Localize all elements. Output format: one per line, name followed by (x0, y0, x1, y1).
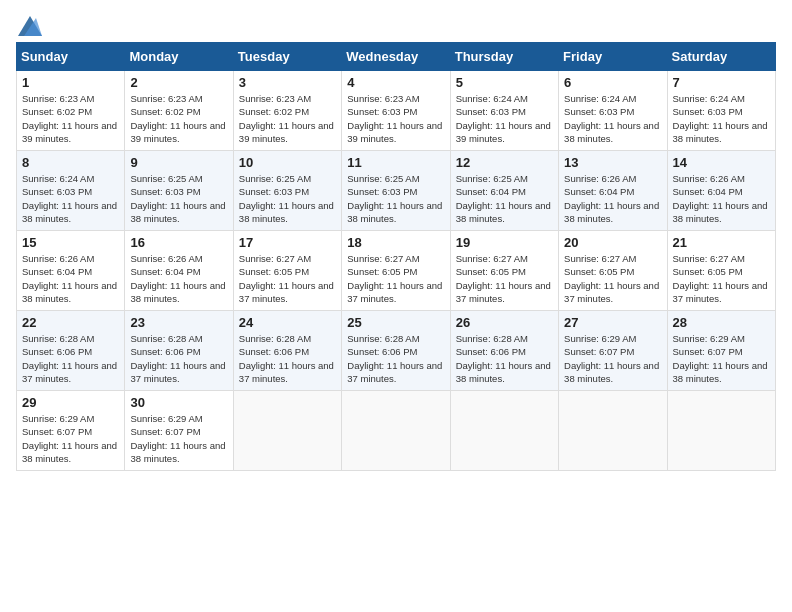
day-number: 3 (239, 75, 336, 90)
empty-cell (450, 391, 558, 471)
cell-info: Sunrise: 6:27 AM Sunset: 6:05 PM Dayligh… (239, 252, 336, 305)
calendar-cell: 23 Sunrise: 6:28 AM Sunset: 6:06 PM Dayl… (125, 311, 233, 391)
cell-info: Sunrise: 6:28 AM Sunset: 6:06 PM Dayligh… (456, 332, 553, 385)
calendar-cell: 15 Sunrise: 6:26 AM Sunset: 6:04 PM Dayl… (17, 231, 125, 311)
day-number: 20 (564, 235, 661, 250)
logo (16, 16, 44, 32)
day-number: 8 (22, 155, 119, 170)
calendar-cell: 18 Sunrise: 6:27 AM Sunset: 6:05 PM Dayl… (342, 231, 450, 311)
calendar-cell: 19 Sunrise: 6:27 AM Sunset: 6:05 PM Dayl… (450, 231, 558, 311)
cell-info: Sunrise: 6:25 AM Sunset: 6:03 PM Dayligh… (239, 172, 336, 225)
day-number: 23 (130, 315, 227, 330)
day-number: 6 (564, 75, 661, 90)
empty-cell (667, 391, 775, 471)
day-number: 17 (239, 235, 336, 250)
logo-icon (18, 16, 42, 36)
day-number: 2 (130, 75, 227, 90)
header-friday: Friday (559, 43, 667, 71)
cell-info: Sunrise: 6:25 AM Sunset: 6:03 PM Dayligh… (130, 172, 227, 225)
day-number: 10 (239, 155, 336, 170)
cell-info: Sunrise: 6:23 AM Sunset: 6:02 PM Dayligh… (130, 92, 227, 145)
day-number: 24 (239, 315, 336, 330)
calendar-cell: 7 Sunrise: 6:24 AM Sunset: 6:03 PM Dayli… (667, 71, 775, 151)
calendar-cell: 28 Sunrise: 6:29 AM Sunset: 6:07 PM Dayl… (667, 311, 775, 391)
cell-info: Sunrise: 6:28 AM Sunset: 6:06 PM Dayligh… (22, 332, 119, 385)
cell-info: Sunrise: 6:27 AM Sunset: 6:05 PM Dayligh… (456, 252, 553, 305)
calendar-cell: 27 Sunrise: 6:29 AM Sunset: 6:07 PM Dayl… (559, 311, 667, 391)
cell-info: Sunrise: 6:24 AM Sunset: 6:03 PM Dayligh… (564, 92, 661, 145)
calendar-cell: 29 Sunrise: 6:29 AM Sunset: 6:07 PM Dayl… (17, 391, 125, 471)
calendar-cell: 2 Sunrise: 6:23 AM Sunset: 6:02 PM Dayli… (125, 71, 233, 151)
day-number: 7 (673, 75, 770, 90)
calendar-cell: 10 Sunrise: 6:25 AM Sunset: 6:03 PM Dayl… (233, 151, 341, 231)
calendar-row: 22 Sunrise: 6:28 AM Sunset: 6:06 PM Dayl… (17, 311, 776, 391)
calendar-cell: 9 Sunrise: 6:25 AM Sunset: 6:03 PM Dayli… (125, 151, 233, 231)
calendar-cell: 24 Sunrise: 6:28 AM Sunset: 6:06 PM Dayl… (233, 311, 341, 391)
day-number: 22 (22, 315, 119, 330)
calendar-cell: 8 Sunrise: 6:24 AM Sunset: 6:03 PM Dayli… (17, 151, 125, 231)
day-number: 18 (347, 235, 444, 250)
cell-info: Sunrise: 6:26 AM Sunset: 6:04 PM Dayligh… (22, 252, 119, 305)
header-tuesday: Tuesday (233, 43, 341, 71)
page-header (16, 16, 776, 32)
day-number: 25 (347, 315, 444, 330)
calendar-row: 15 Sunrise: 6:26 AM Sunset: 6:04 PM Dayl… (17, 231, 776, 311)
calendar-cell: 17 Sunrise: 6:27 AM Sunset: 6:05 PM Dayl… (233, 231, 341, 311)
calendar-cell: 26 Sunrise: 6:28 AM Sunset: 6:06 PM Dayl… (450, 311, 558, 391)
cell-info: Sunrise: 6:27 AM Sunset: 6:05 PM Dayligh… (347, 252, 444, 305)
header-saturday: Saturday (667, 43, 775, 71)
calendar-cell: 20 Sunrise: 6:27 AM Sunset: 6:05 PM Dayl… (559, 231, 667, 311)
calendar-row: 29 Sunrise: 6:29 AM Sunset: 6:07 PM Dayl… (17, 391, 776, 471)
day-number: 30 (130, 395, 227, 410)
day-number: 16 (130, 235, 227, 250)
calendar-cell: 3 Sunrise: 6:23 AM Sunset: 6:02 PM Dayli… (233, 71, 341, 151)
cell-info: Sunrise: 6:25 AM Sunset: 6:04 PM Dayligh… (456, 172, 553, 225)
header-monday: Monday (125, 43, 233, 71)
day-number: 28 (673, 315, 770, 330)
calendar-row: 8 Sunrise: 6:24 AM Sunset: 6:03 PM Dayli… (17, 151, 776, 231)
calendar-cell: 5 Sunrise: 6:24 AM Sunset: 6:03 PM Dayli… (450, 71, 558, 151)
cell-info: Sunrise: 6:27 AM Sunset: 6:05 PM Dayligh… (564, 252, 661, 305)
cell-info: Sunrise: 6:24 AM Sunset: 6:03 PM Dayligh… (22, 172, 119, 225)
header-thursday: Thursday (450, 43, 558, 71)
day-number: 26 (456, 315, 553, 330)
cell-info: Sunrise: 6:28 AM Sunset: 6:06 PM Dayligh… (347, 332, 444, 385)
day-number: 15 (22, 235, 119, 250)
cell-info: Sunrise: 6:26 AM Sunset: 6:04 PM Dayligh… (130, 252, 227, 305)
header-wednesday: Wednesday (342, 43, 450, 71)
cell-info: Sunrise: 6:29 AM Sunset: 6:07 PM Dayligh… (22, 412, 119, 465)
day-number: 5 (456, 75, 553, 90)
empty-cell (559, 391, 667, 471)
cell-info: Sunrise: 6:26 AM Sunset: 6:04 PM Dayligh… (564, 172, 661, 225)
empty-cell (233, 391, 341, 471)
cell-info: Sunrise: 6:26 AM Sunset: 6:04 PM Dayligh… (673, 172, 770, 225)
cell-info: Sunrise: 6:29 AM Sunset: 6:07 PM Dayligh… (673, 332, 770, 385)
day-number: 14 (673, 155, 770, 170)
day-number: 27 (564, 315, 661, 330)
cell-info: Sunrise: 6:28 AM Sunset: 6:06 PM Dayligh… (130, 332, 227, 385)
calendar-cell: 13 Sunrise: 6:26 AM Sunset: 6:04 PM Dayl… (559, 151, 667, 231)
calendar-cell: 22 Sunrise: 6:28 AM Sunset: 6:06 PM Dayl… (17, 311, 125, 391)
cell-info: Sunrise: 6:23 AM Sunset: 6:02 PM Dayligh… (22, 92, 119, 145)
calendar-row: 1 Sunrise: 6:23 AM Sunset: 6:02 PM Dayli… (17, 71, 776, 151)
day-number: 19 (456, 235, 553, 250)
cell-info: Sunrise: 6:24 AM Sunset: 6:03 PM Dayligh… (456, 92, 553, 145)
calendar-cell: 4 Sunrise: 6:23 AM Sunset: 6:03 PM Dayli… (342, 71, 450, 151)
cell-info: Sunrise: 6:29 AM Sunset: 6:07 PM Dayligh… (130, 412, 227, 465)
day-number: 1 (22, 75, 119, 90)
day-number: 11 (347, 155, 444, 170)
calendar-cell: 21 Sunrise: 6:27 AM Sunset: 6:05 PM Dayl… (667, 231, 775, 311)
day-number: 13 (564, 155, 661, 170)
empty-cell (342, 391, 450, 471)
calendar-cell: 11 Sunrise: 6:25 AM Sunset: 6:03 PM Dayl… (342, 151, 450, 231)
calendar-cell: 16 Sunrise: 6:26 AM Sunset: 6:04 PM Dayl… (125, 231, 233, 311)
calendar-cell: 6 Sunrise: 6:24 AM Sunset: 6:03 PM Dayli… (559, 71, 667, 151)
day-number: 9 (130, 155, 227, 170)
weekday-header-row: Sunday Monday Tuesday Wednesday Thursday… (17, 43, 776, 71)
day-number: 21 (673, 235, 770, 250)
calendar-cell: 30 Sunrise: 6:29 AM Sunset: 6:07 PM Dayl… (125, 391, 233, 471)
cell-info: Sunrise: 6:23 AM Sunset: 6:03 PM Dayligh… (347, 92, 444, 145)
cell-info: Sunrise: 6:29 AM Sunset: 6:07 PM Dayligh… (564, 332, 661, 385)
day-number: 4 (347, 75, 444, 90)
calendar-cell: 12 Sunrise: 6:25 AM Sunset: 6:04 PM Dayl… (450, 151, 558, 231)
